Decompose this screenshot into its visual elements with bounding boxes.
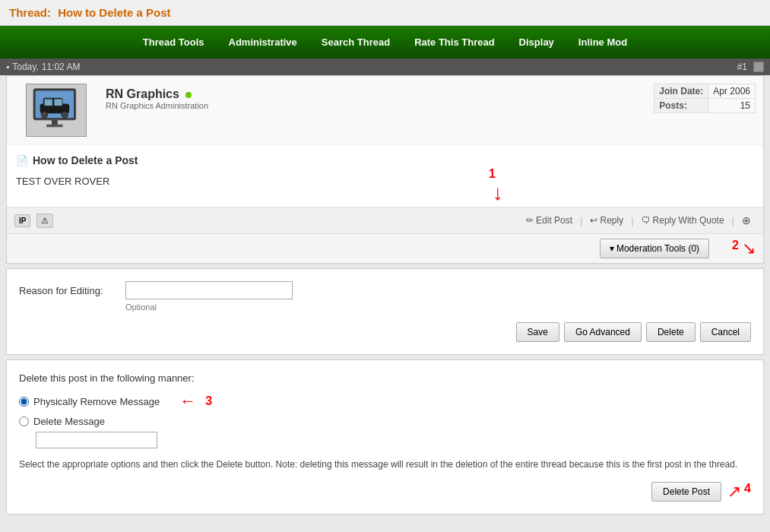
save-button[interactable]: Save bbox=[516, 322, 559, 342]
nav-administrative[interactable]: Administrative bbox=[217, 26, 309, 59]
join-date-label: Join Date: bbox=[654, 84, 708, 99]
user-stats: Join Date: Apr 2006 Posts: 15 bbox=[654, 84, 756, 137]
post-meta-icon: ▪ bbox=[6, 62, 9, 72]
post-time: 11:02 AM bbox=[42, 62, 81, 72]
annotation-arrow-4: ↗ bbox=[727, 482, 741, 502]
user-info: RN Graphics RN Graphics Administration bbox=[98, 84, 654, 137]
title-prefix: Thread: bbox=[9, 6, 51, 19]
reply-quote-icon: 🗨 bbox=[642, 215, 651, 226]
svg-rect-8 bbox=[52, 120, 58, 125]
edit-icon: ✏ bbox=[526, 215, 534, 226]
post-container: RN Graphics RN Graphics Administration J… bbox=[6, 75, 764, 264]
delete-footer: Delete Post ↗ 4 bbox=[19, 482, 751, 502]
annotation-arrow-3: ← bbox=[179, 391, 196, 411]
post-title: 📄 How to Delete a Post bbox=[16, 154, 754, 166]
online-indicator bbox=[185, 92, 192, 98]
annotation-label-4: 4 bbox=[744, 482, 751, 502]
post-action-bar: IP ⚠ ✏ Edit Post | ↩ Reply | 🗨 bbox=[7, 207, 763, 233]
post-meta-bar: ▪ Today, 11:02 AM #1 bbox=[0, 59, 770, 75]
annotation-label-3: 3 bbox=[205, 394, 212, 408]
nav-bar: Thread Tools Administrative Search Threa… bbox=[0, 26, 770, 59]
delete-heading: Delete this post in the following manner… bbox=[19, 372, 751, 384]
reply-quote-link[interactable]: 🗨 Reply With Quote bbox=[637, 213, 729, 228]
username: RN Graphics bbox=[106, 87, 646, 101]
sep-2: | bbox=[631, 215, 633, 226]
reply-icon: ↩ bbox=[590, 215, 597, 226]
post-checkbox-icon[interactable] bbox=[753, 62, 764, 72]
post-title-text: How to Delete a Post bbox=[33, 154, 138, 166]
reply-link[interactable]: ↩ Reply bbox=[585, 213, 628, 228]
nav-inline-mod[interactable]: Inline Mod bbox=[566, 26, 639, 59]
post-content: TEST OVER ROVER bbox=[16, 173, 754, 190]
annotation-arrow-2: ↘ bbox=[742, 239, 756, 258]
annotation-arrow-1: ↓ bbox=[493, 182, 503, 204]
svg-point-5 bbox=[62, 112, 68, 119]
multi-quote-link[interactable]: ⊕ bbox=[737, 212, 756, 229]
delete-post-button[interactable]: Delete Post bbox=[651, 482, 721, 502]
reason-row: Reason for Editing: Optional bbox=[19, 281, 751, 312]
delete-section: Delete this post in the following manner… bbox=[6, 359, 764, 515]
post-action-left: IP ⚠ bbox=[14, 214, 53, 228]
avatar-section bbox=[14, 84, 98, 137]
nav-search-thread[interactable]: Search Thread bbox=[309, 26, 402, 59]
annotation-label-1: 1 bbox=[489, 167, 496, 181]
go-advanced-button[interactable]: Go Advanced bbox=[564, 322, 642, 342]
radio-delete-message-label[interactable]: Delete Message bbox=[33, 416, 105, 427]
radio-delete-message: Delete Message bbox=[19, 416, 751, 427]
posts-value: 15 bbox=[708, 99, 756, 113]
mod-tools-bar: ▾ Moderation Tools (0) 2 ↘ bbox=[7, 233, 763, 263]
radio-delete-message-input[interactable] bbox=[19, 416, 29, 426]
radio-physically-remove-label[interactable]: Physically Remove Message bbox=[33, 396, 160, 407]
svg-rect-7 bbox=[54, 99, 62, 106]
annotation-label-2: 2 bbox=[732, 239, 739, 258]
cancel-button[interactable]: Cancel bbox=[700, 322, 751, 342]
ip-button[interactable]: IP bbox=[14, 214, 30, 227]
svg-rect-9 bbox=[46, 125, 62, 127]
mod-tools-button[interactable]: ▾ Moderation Tools (0) bbox=[600, 239, 710, 258]
join-date-row: Join Date: Apr 2006 bbox=[654, 84, 756, 99]
avatar bbox=[26, 84, 87, 137]
sep-1: | bbox=[580, 215, 582, 226]
nav-thread-tools[interactable]: Thread Tools bbox=[131, 26, 217, 59]
nav-rate-thread[interactable]: Rate This Thread bbox=[402, 26, 506, 59]
delete-reason-input[interactable] bbox=[36, 432, 157, 448]
join-date-value: Apr 2006 bbox=[708, 84, 756, 99]
annotation-1-area: 1 ↓ bbox=[16, 190, 754, 198]
svg-point-4 bbox=[41, 112, 48, 119]
stats-table: Join Date: Apr 2006 Posts: 15 bbox=[654, 84, 756, 113]
post-header: RN Graphics RN Graphics Administration J… bbox=[7, 76, 763, 145]
radio-physically-remove-input[interactable] bbox=[19, 397, 29, 407]
delete-button[interactable]: Delete bbox=[646, 322, 696, 342]
delete-warning: Select the appropriate options and then … bbox=[19, 458, 751, 471]
user-role: RN Graphics Administration bbox=[106, 101, 646, 110]
edit-post-link[interactable]: ✏ Edit Post bbox=[521, 213, 577, 228]
reason-input[interactable] bbox=[125, 281, 293, 299]
post-title-icon: 📄 bbox=[16, 155, 28, 166]
posts-label: Posts: bbox=[654, 99, 708, 113]
reason-label: Reason for Editing: bbox=[19, 285, 118, 296]
nav-display[interactable]: Display bbox=[507, 26, 566, 59]
edit-buttons: Save Go Advanced Delete Cancel bbox=[19, 322, 751, 342]
posts-row: Posts: 15 bbox=[654, 99, 756, 113]
post-action-right: ✏ Edit Post | ↩ Reply | 🗨 Reply With Quo… bbox=[521, 212, 756, 229]
page-title-bar: Thread: How to Delete a Post bbox=[0, 0, 770, 26]
optional-hint: Optional bbox=[125, 302, 751, 312]
svg-rect-6 bbox=[45, 99, 52, 106]
thread-title: How to Delete a Post bbox=[58, 6, 170, 19]
radio-physically-remove: Physically Remove Message ← 3 bbox=[19, 391, 751, 411]
sep-3: | bbox=[732, 215, 734, 226]
post-body: 📄 How to Delete a Post TEST OVER ROVER 1… bbox=[7, 145, 763, 207]
post-date-label: Today, bbox=[12, 62, 38, 72]
edit-section: Reason for Editing: Optional Save Go Adv… bbox=[6, 268, 764, 355]
reason-label-row: Reason for Editing: bbox=[19, 281, 751, 299]
report-button[interactable]: ⚠ bbox=[36, 214, 53, 228]
post-number: #1 bbox=[737, 62, 747, 72]
